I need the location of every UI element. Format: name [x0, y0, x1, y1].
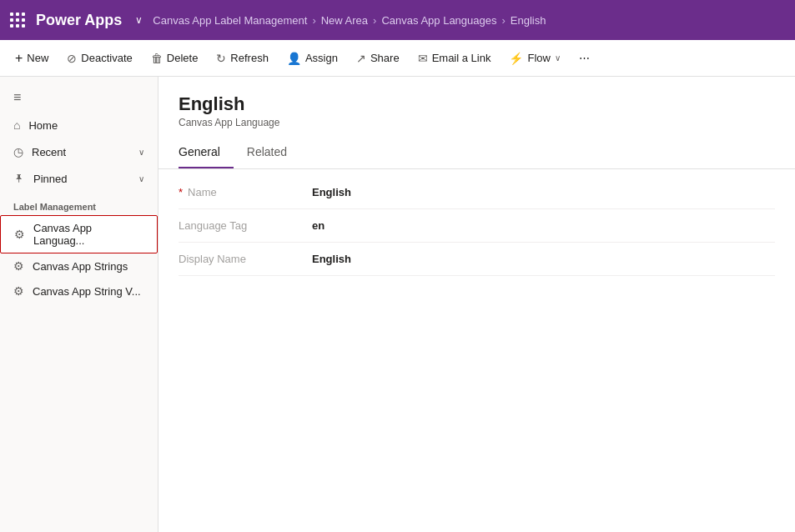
- breadcrumb-sep3: ›: [502, 14, 506, 27]
- refresh-button[interactable]: ↻ Refresh: [208, 47, 277, 70]
- sidebar-item-pinned[interactable]: 🖈 Pinned ∨: [0, 165, 158, 192]
- app-grid-icon[interactable]: [10, 13, 26, 28]
- toolbar: + New ⊘ Deactivate 🗑 Delete ↻ Refresh 👤 …: [0, 40, 795, 77]
- home-icon: ⌂: [13, 118, 20, 132]
- form-value-name: English: [312, 186, 351, 198]
- refresh-icon: ↻: [216, 52, 226, 65]
- pinned-icon: 🖈: [13, 172, 25, 185]
- form-label-display-name: Display Name: [179, 253, 312, 265]
- canvas-app-language-icon: ⚙: [14, 228, 25, 241]
- form-value-language-tag: en: [312, 219, 325, 232]
- sidebar-home-label: Home: [28, 119, 58, 132]
- content-area: English Canvas App Language General Rela…: [158, 77, 795, 532]
- form-row-language-tag: Language Tag en: [179, 209, 775, 243]
- recent-chevron-icon: ∨: [138, 148, 144, 157]
- canvas-app-strings-icon: ⚙: [13, 259, 24, 273]
- canvas-app-string-v-icon: ⚙: [13, 284, 24, 298]
- sidebar-hamburger[interactable]: ≡: [0, 83, 158, 112]
- flow-icon: ⚡: [509, 52, 523, 65]
- deactivate-icon: ⊘: [67, 52, 77, 65]
- recent-icon: ◷: [13, 145, 23, 158]
- sidebar-canvas-app-string-v-label: Canvas App String V...: [33, 285, 141, 298]
- sidebar-item-canvas-app-strings[interactable]: ⚙ Canvas App Strings: [0, 253, 158, 279]
- required-indicator-name: *: [179, 186, 183, 198]
- tabs-bar: General Related: [158, 128, 795, 169]
- sidebar-canvas-app-language-label: Canvas App Languag...: [33, 222, 143, 247]
- breadcrumb-sep2: ›: [373, 14, 376, 27]
- page-subtitle: Canvas App Language: [179, 117, 775, 128]
- sidebar-item-recent[interactable]: ◷ Recent ∨: [0, 138, 158, 165]
- flow-button[interactable]: ⚡ Flow ∨: [501, 47, 568, 70]
- page-title: English: [179, 93, 775, 115]
- form-row-display-name: Display Name English: [179, 243, 775, 276]
- tab-general[interactable]: General: [179, 138, 234, 168]
- sidebar-pinned-label: Pinned: [33, 173, 67, 185]
- form-section: *Name English Language Tag en Display Na…: [158, 176, 795, 276]
- assign-button[interactable]: 👤 Assign: [279, 47, 346, 70]
- flow-chevron: ∨: [555, 53, 561, 63]
- content-header: English Canvas App Language: [158, 77, 795, 128]
- pinned-chevron-icon: ∨: [138, 174, 144, 183]
- share-button[interactable]: ↗ Share: [348, 47, 408, 70]
- new-button[interactable]: + New: [7, 46, 57, 71]
- plus-icon: +: [15, 51, 23, 66]
- email-icon: ✉: [418, 52, 428, 65]
- more-button[interactable]: ⋯: [571, 47, 598, 69]
- main-layout: ≡ ⌂ Home ◷ Recent ∨ 🖈 Pinned ∨ Label Man…: [0, 77, 795, 532]
- tab-related[interactable]: Related: [247, 138, 300, 168]
- share-icon: ↗: [356, 52, 366, 65]
- email-button[interactable]: ✉ Email a Link: [410, 47, 500, 70]
- assign-icon: 👤: [287, 52, 301, 65]
- sidebar-item-canvas-app-language[interactable]: ⚙ Canvas App Languag...: [0, 215, 158, 253]
- deactivate-button[interactable]: ⊘ Deactivate: [58, 47, 140, 70]
- breadcrumb: Canvas App Label Management › New Area ›…: [153, 14, 546, 27]
- breadcrumb-level3[interactable]: English: [511, 14, 546, 27]
- breadcrumb-sep1: ›: [312, 14, 315, 27]
- delete-button[interactable]: 🗑 Delete: [143, 47, 207, 70]
- more-icon: ⋯: [579, 52, 590, 64]
- app-name[interactable]: Power Apps: [36, 12, 122, 29]
- sidebar-item-canvas-app-string-v[interactable]: ⚙ Canvas App String V...: [0, 279, 158, 304]
- delete-icon: 🗑: [151, 52, 163, 65]
- form-row-name: *Name English: [179, 176, 775, 209]
- sidebar-recent-label: Recent: [32, 146, 66, 158]
- breadcrumb-root[interactable]: Canvas App Label Management: [153, 14, 307, 27]
- form-label-name: *Name: [179, 186, 312, 198]
- sidebar-section-label: Label Management: [0, 192, 158, 215]
- breadcrumb-level2[interactable]: Canvas App Languages: [381, 14, 496, 27]
- app-name-chevron[interactable]: ∨: [135, 14, 143, 26]
- breadcrumb-level1[interactable]: New Area: [321, 14, 368, 27]
- form-label-language-tag: Language Tag: [179, 219, 312, 232]
- sidebar: ≡ ⌂ Home ◷ Recent ∨ 🖈 Pinned ∨ Label Man…: [0, 77, 158, 532]
- sidebar-canvas-app-strings-label: Canvas App Strings: [33, 260, 128, 273]
- top-bar: Power Apps ∨ Canvas App Label Management…: [0, 0, 795, 40]
- sidebar-item-home[interactable]: ⌂ Home: [0, 112, 158, 138]
- form-value-display-name: English: [312, 253, 351, 265]
